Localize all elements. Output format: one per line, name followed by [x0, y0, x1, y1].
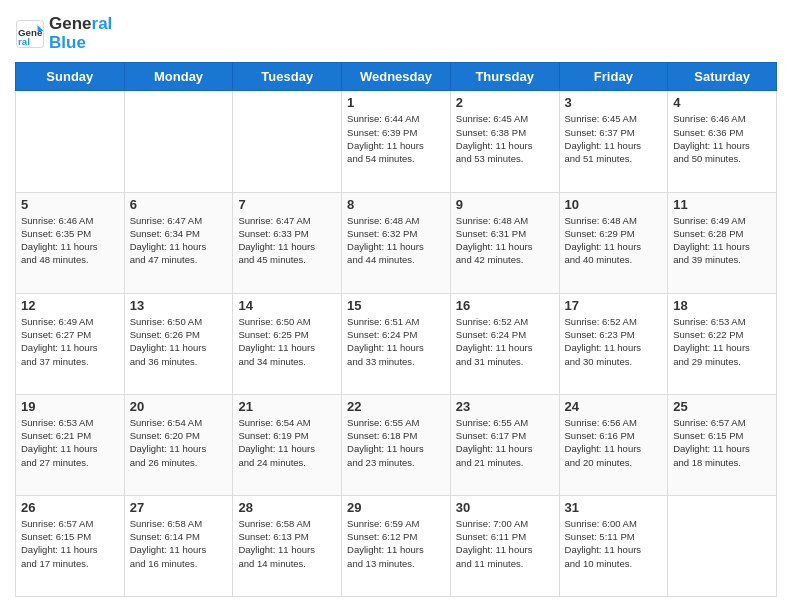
day-info: Sunrise: 6:51 AMSunset: 6:24 PMDaylight:…	[347, 315, 445, 368]
weekday-header-row: SundayMondayTuesdayWednesdayThursdayFrid…	[16, 63, 777, 91]
day-number: 10	[565, 197, 663, 212]
calendar-cell: 3Sunrise: 6:45 AMSunset: 6:37 PMDaylight…	[559, 91, 668, 192]
calendar-cell: 11Sunrise: 6:49 AMSunset: 6:28 PMDayligh…	[668, 192, 777, 293]
day-number: 3	[565, 95, 663, 110]
weekday-header-sunday: Sunday	[16, 63, 125, 91]
calendar-table: SundayMondayTuesdayWednesdayThursdayFrid…	[15, 62, 777, 597]
calendar-cell: 18Sunrise: 6:53 AMSunset: 6:22 PMDayligh…	[668, 293, 777, 394]
day-info: Sunrise: 6:50 AMSunset: 6:26 PMDaylight:…	[130, 315, 228, 368]
day-info: Sunrise: 6:58 AMSunset: 6:14 PMDaylight:…	[130, 517, 228, 570]
week-row-2: 12Sunrise: 6:49 AMSunset: 6:27 PMDayligh…	[16, 293, 777, 394]
calendar-cell: 28Sunrise: 6:58 AMSunset: 6:13 PMDayligh…	[233, 495, 342, 596]
day-number: 24	[565, 399, 663, 414]
day-info: Sunrise: 6:56 AMSunset: 6:16 PMDaylight:…	[565, 416, 663, 469]
day-info: Sunrise: 6:48 AMSunset: 6:32 PMDaylight:…	[347, 214, 445, 267]
day-info: Sunrise: 6:49 AMSunset: 6:27 PMDaylight:…	[21, 315, 119, 368]
calendar-cell: 5Sunrise: 6:46 AMSunset: 6:35 PMDaylight…	[16, 192, 125, 293]
weekday-header-saturday: Saturday	[668, 63, 777, 91]
day-info: Sunrise: 6:55 AMSunset: 6:18 PMDaylight:…	[347, 416, 445, 469]
day-number: 13	[130, 298, 228, 313]
week-row-3: 19Sunrise: 6:53 AMSunset: 6:21 PMDayligh…	[16, 394, 777, 495]
calendar-cell: 21Sunrise: 6:54 AMSunset: 6:19 PMDayligh…	[233, 394, 342, 495]
calendar-cell: 10Sunrise: 6:48 AMSunset: 6:29 PMDayligh…	[559, 192, 668, 293]
day-info: Sunrise: 6:47 AMSunset: 6:34 PMDaylight:…	[130, 214, 228, 267]
calendar-cell	[124, 91, 233, 192]
week-row-4: 26Sunrise: 6:57 AMSunset: 6:15 PMDayligh…	[16, 495, 777, 596]
day-number: 29	[347, 500, 445, 515]
calendar-cell: 23Sunrise: 6:55 AMSunset: 6:17 PMDayligh…	[450, 394, 559, 495]
header: Gene ral GeneralBlue	[15, 15, 777, 52]
day-info: Sunrise: 6:52 AMSunset: 6:24 PMDaylight:…	[456, 315, 554, 368]
calendar-cell: 12Sunrise: 6:49 AMSunset: 6:27 PMDayligh…	[16, 293, 125, 394]
day-info: Sunrise: 6:49 AMSunset: 6:28 PMDaylight:…	[673, 214, 771, 267]
weekday-header-thursday: Thursday	[450, 63, 559, 91]
calendar-cell: 25Sunrise: 6:57 AMSunset: 6:15 PMDayligh…	[668, 394, 777, 495]
day-number: 4	[673, 95, 771, 110]
calendar-cell: 30Sunrise: 7:00 AMSunset: 6:11 PMDayligh…	[450, 495, 559, 596]
calendar-cell: 17Sunrise: 6:52 AMSunset: 6:23 PMDayligh…	[559, 293, 668, 394]
calendar-cell: 7Sunrise: 6:47 AMSunset: 6:33 PMDaylight…	[233, 192, 342, 293]
weekday-header-monday: Monday	[124, 63, 233, 91]
logo-icon: Gene ral	[15, 19, 45, 49]
day-info: Sunrise: 6:46 AMSunset: 6:36 PMDaylight:…	[673, 112, 771, 165]
day-info: Sunrise: 6:46 AMSunset: 6:35 PMDaylight:…	[21, 214, 119, 267]
calendar-cell: 4Sunrise: 6:46 AMSunset: 6:36 PMDaylight…	[668, 91, 777, 192]
calendar-cell: 22Sunrise: 6:55 AMSunset: 6:18 PMDayligh…	[342, 394, 451, 495]
day-number: 14	[238, 298, 336, 313]
calendar-cell: 1Sunrise: 6:44 AMSunset: 6:39 PMDaylight…	[342, 91, 451, 192]
day-number: 26	[21, 500, 119, 515]
calendar-cell	[16, 91, 125, 192]
day-number: 17	[565, 298, 663, 313]
day-number: 5	[21, 197, 119, 212]
day-number: 6	[130, 197, 228, 212]
day-info: Sunrise: 6:00 AMSunset: 5:11 PMDaylight:…	[565, 517, 663, 570]
day-info: Sunrise: 6:58 AMSunset: 6:13 PMDaylight:…	[238, 517, 336, 570]
week-row-1: 5Sunrise: 6:46 AMSunset: 6:35 PMDaylight…	[16, 192, 777, 293]
day-number: 28	[238, 500, 336, 515]
logo-text: GeneralBlue	[49, 15, 112, 52]
day-number: 2	[456, 95, 554, 110]
day-number: 19	[21, 399, 119, 414]
day-number: 9	[456, 197, 554, 212]
day-info: Sunrise: 6:55 AMSunset: 6:17 PMDaylight:…	[456, 416, 554, 469]
calendar-cell: 31Sunrise: 6:00 AMSunset: 5:11 PMDayligh…	[559, 495, 668, 596]
day-number: 18	[673, 298, 771, 313]
day-number: 7	[238, 197, 336, 212]
day-info: Sunrise: 6:54 AMSunset: 6:20 PMDaylight:…	[130, 416, 228, 469]
day-number: 20	[130, 399, 228, 414]
calendar-cell	[668, 495, 777, 596]
day-number: 21	[238, 399, 336, 414]
day-number: 30	[456, 500, 554, 515]
day-info: Sunrise: 6:48 AMSunset: 6:29 PMDaylight:…	[565, 214, 663, 267]
day-info: Sunrise: 6:44 AMSunset: 6:39 PMDaylight:…	[347, 112, 445, 165]
day-number: 23	[456, 399, 554, 414]
svg-text:ral: ral	[18, 35, 30, 46]
day-info: Sunrise: 6:54 AMSunset: 6:19 PMDaylight:…	[238, 416, 336, 469]
calendar-cell: 8Sunrise: 6:48 AMSunset: 6:32 PMDaylight…	[342, 192, 451, 293]
calendar-cell: 24Sunrise: 6:56 AMSunset: 6:16 PMDayligh…	[559, 394, 668, 495]
day-number: 8	[347, 197, 445, 212]
calendar-cell: 16Sunrise: 6:52 AMSunset: 6:24 PMDayligh…	[450, 293, 559, 394]
day-number: 12	[21, 298, 119, 313]
day-number: 11	[673, 197, 771, 212]
day-info: Sunrise: 7:00 AMSunset: 6:11 PMDaylight:…	[456, 517, 554, 570]
day-info: Sunrise: 6:47 AMSunset: 6:33 PMDaylight:…	[238, 214, 336, 267]
day-info: Sunrise: 6:57 AMSunset: 6:15 PMDaylight:…	[21, 517, 119, 570]
week-row-0: 1Sunrise: 6:44 AMSunset: 6:39 PMDaylight…	[16, 91, 777, 192]
weekday-header-wednesday: Wednesday	[342, 63, 451, 91]
day-number: 16	[456, 298, 554, 313]
calendar-cell: 2Sunrise: 6:45 AMSunset: 6:38 PMDaylight…	[450, 91, 559, 192]
day-info: Sunrise: 6:45 AMSunset: 6:38 PMDaylight:…	[456, 112, 554, 165]
day-number: 22	[347, 399, 445, 414]
weekday-header-tuesday: Tuesday	[233, 63, 342, 91]
day-number: 25	[673, 399, 771, 414]
calendar-cell: 9Sunrise: 6:48 AMSunset: 6:31 PMDaylight…	[450, 192, 559, 293]
day-info: Sunrise: 6:59 AMSunset: 6:12 PMDaylight:…	[347, 517, 445, 570]
calendar-cell: 15Sunrise: 6:51 AMSunset: 6:24 PMDayligh…	[342, 293, 451, 394]
day-info: Sunrise: 6:52 AMSunset: 6:23 PMDaylight:…	[565, 315, 663, 368]
calendar-cell: 6Sunrise: 6:47 AMSunset: 6:34 PMDaylight…	[124, 192, 233, 293]
day-number: 1	[347, 95, 445, 110]
day-info: Sunrise: 6:53 AMSunset: 6:22 PMDaylight:…	[673, 315, 771, 368]
calendar-cell: 14Sunrise: 6:50 AMSunset: 6:25 PMDayligh…	[233, 293, 342, 394]
calendar-cell: 27Sunrise: 6:58 AMSunset: 6:14 PMDayligh…	[124, 495, 233, 596]
